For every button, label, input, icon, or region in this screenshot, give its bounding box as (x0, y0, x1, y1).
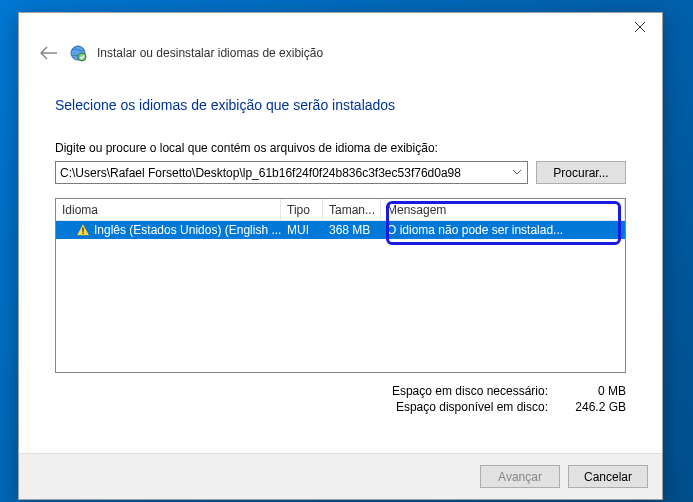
content-area: Selecione os idiomas de exibição que ser… (19, 97, 662, 415)
warning-icon (76, 223, 90, 237)
row-type: MUI (281, 223, 323, 237)
dropdown-arrow-icon[interactable] (508, 164, 525, 181)
back-arrow-icon (40, 46, 58, 60)
install-language-dialog: Instalar ou desinstalar idiomas de exibi… (18, 12, 663, 500)
path-label: Digite ou procure o local que contém os … (55, 141, 626, 155)
column-size[interactable]: Taman... (323, 199, 381, 220)
disk-required-value: 0 MB (566, 384, 626, 398)
row-size: 368 MB (323, 223, 381, 237)
column-message[interactable]: Mensagem (381, 199, 625, 220)
disk-available-value: 246.2 GB (566, 400, 626, 414)
disk-available-label: Espaço disponível em disco: (396, 400, 548, 414)
next-button[interactable]: Avançar (480, 465, 560, 488)
page-heading: Selecione os idiomas de exibição que ser… (55, 97, 626, 113)
footer: Avançar Cancelar (19, 453, 662, 499)
browse-button[interactable]: Procurar... (536, 161, 626, 184)
svg-rect-3 (82, 233, 83, 234)
window-title: Instalar ou desinstalar idiomas de exibi… (97, 46, 323, 60)
disk-required-label: Espaço em disco necessário: (392, 384, 548, 398)
titlebar (19, 13, 662, 43)
column-type[interactable]: Tipo (281, 199, 323, 220)
path-combobox[interactable]: C:\Users\Rafael Forsetto\Desktop\lp_61b1… (55, 161, 528, 184)
header-row: Instalar ou desinstalar idiomas de exibi… (19, 43, 662, 77)
language-listview[interactable]: Idioma Tipo Taman... Mensagem Inglês (Es… (55, 198, 626, 373)
close-icon (635, 22, 645, 32)
listview-header: Idioma Tipo Taman... Mensagem (56, 199, 625, 221)
row-message: O idioma não pode ser instalad... (381, 223, 625, 237)
cancel-button[interactable]: Cancelar (568, 465, 648, 488)
back-button[interactable] (39, 43, 59, 63)
path-value: C:\Users\Rafael Forsetto\Desktop\lp_61b1… (60, 166, 461, 180)
row-language: Inglês (Estados Unidos) (English ... (94, 223, 281, 237)
close-button[interactable] (617, 13, 662, 41)
globe-icon (69, 44, 87, 62)
column-language[interactable]: Idioma (56, 199, 281, 220)
list-item[interactable]: Inglês (Estados Unidos) (English ... MUI… (56, 221, 625, 239)
disk-info: Espaço em disco necessário: 0 MB Espaço … (55, 383, 626, 415)
svg-rect-2 (82, 227, 83, 231)
